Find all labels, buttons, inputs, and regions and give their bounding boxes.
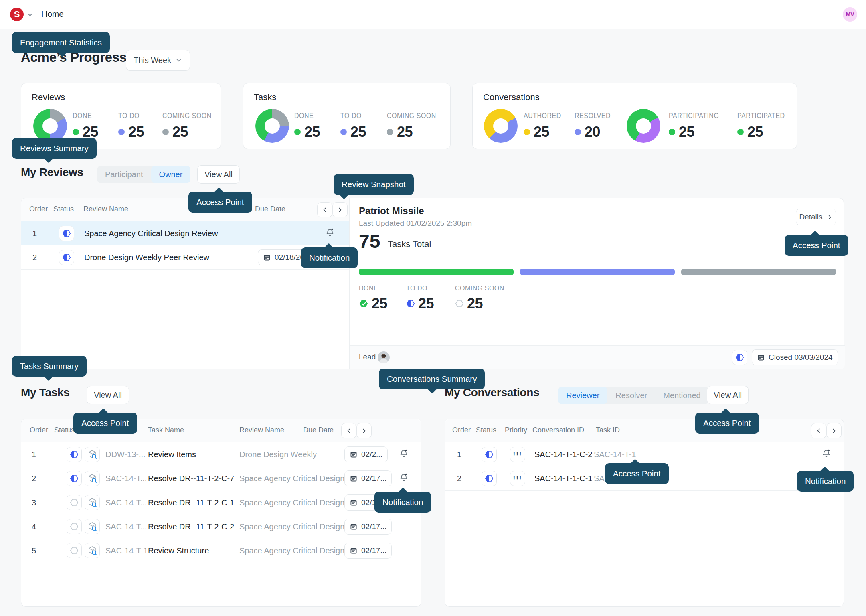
workspace-chevron-down-icon[interactable] [26, 11, 34, 18]
status-in-progress-icon [67, 471, 82, 486]
breadcrumb-home[interactable]: Home [41, 9, 64, 19]
period-selector[interactable]: This Week [126, 50, 190, 71]
lead-avatar[interactable] [378, 351, 390, 363]
my-tasks-table: Order Status Task Name Review Name Due D… [21, 419, 421, 607]
snapshot-title: Patriot Missile [359, 205, 424, 217]
col-due-date: Due Date [255, 205, 285, 213]
reviews-prev-page-button[interactable] [317, 202, 332, 217]
col-priority: Priority [505, 426, 527, 434]
review-row-1[interactable]: 1 Space Agency Critical Design Review [21, 221, 349, 246]
task-row-1[interactable]: 1 DDW-13-... Review Items Drone Design W… [21, 442, 421, 467]
callout-tail [427, 383, 437, 393]
priority-icon: !!! [510, 471, 525, 486]
notification-bell-icon[interactable] [325, 227, 335, 239]
resolved-dot [575, 129, 581, 135]
callout-reviews-summary: Reviews Summary [12, 138, 97, 159]
callout-notification-tasks: Notification [374, 492, 431, 513]
callout-access-point-task-id: Access Point [605, 463, 669, 484]
task-name: Resolve DR--11-T-2-C-7 [148, 474, 234, 483]
task-id: SAC-14-T... [105, 474, 147, 483]
notification-bell-icon[interactable] [821, 448, 832, 460]
tab-resolver[interactable]: Resolver [607, 387, 655, 404]
due-date-chip: 02/2... [344, 446, 388, 462]
snapshot-stat-todo: TO DO 25 [406, 285, 434, 312]
status-in-progress-icon [482, 471, 497, 486]
callout-access-point-conversations: Access Point [695, 413, 759, 434]
due-date-chip: 02/17... [344, 519, 392, 535]
notification-bell-icon[interactable] [399, 448, 409, 460]
tasks-legend-coming-soon: COMING SOON 25 [387, 112, 436, 140]
legend-participated: PARTICIPATED 25 [737, 112, 785, 140]
chevron-right-icon [361, 428, 367, 434]
task-row-5[interactable]: 5 SAC-14-T-1 Review Structure Space Agen… [21, 539, 421, 563]
col-review-name: Review Name [239, 426, 284, 434]
tasks-legend-done: DONE 25 [294, 112, 320, 140]
conversations-card-title: Conversations [483, 92, 540, 103]
reviews-view-all-button[interactable]: View All [197, 165, 240, 184]
reviews-legend-todo: TO DO 25 [118, 112, 144, 140]
tasks-view-all-button[interactable]: View All [87, 386, 129, 404]
snapshot-footer: Lead Closed 03/03/2024 [350, 345, 845, 369]
calendar-icon [350, 523, 358, 531]
callout-tail [43, 153, 53, 163]
col-order: Order [30, 426, 48, 434]
my-reviews-table: Order Status Review Name Due Date 1 Spac… [21, 198, 349, 369]
tasks-donut-chart [255, 109, 289, 143]
due-date-value: 02/17... [361, 522, 386, 531]
conversation-id: SAC-14-T-1-C-2 [534, 450, 592, 459]
app-logo[interactable]: S [10, 8, 24, 21]
col-status: Status [476, 426, 496, 434]
review-row-2[interactable]: 2 Drone Design Weekly Peer Review 02/18/… [21, 245, 349, 270]
due-date-value: 02/17... [361, 474, 386, 483]
due-date-chip: 02/17... [344, 470, 392, 486]
task-row-2[interactable]: 2 SAC-14-T... Resolve DR--11-T-2-C-7 Spa… [21, 466, 421, 491]
closed-date-value: Closed 03/03/2024 [769, 353, 833, 362]
review-name: Space Agency Critical Design Review [84, 229, 218, 238]
my-reviews-title: My Reviews [21, 166, 83, 179]
chevron-left-icon [815, 428, 822, 434]
upcoming-hexagon-icon [455, 300, 464, 308]
tasks-total-label: Tasks Total [388, 239, 431, 249]
my-conversations-table: Order Status Priority Conversation ID Ta… [445, 419, 844, 607]
lead-label: Lead [359, 353, 376, 361]
legend-resolved: RESOLVED 20 [575, 112, 611, 140]
task-row-4[interactable]: 4 SAC-14-T... Resolve DR--11-T-2-C-2 Spa… [21, 515, 421, 539]
callout-tail [720, 408, 730, 418]
tab-mentioned[interactable]: Mentioned [655, 387, 708, 404]
conversations-next-page-button[interactable] [826, 423, 842, 438]
task-name: Resolve DR--11-T-2-C-1 [148, 498, 234, 507]
tab-owner[interactable]: Owner [151, 166, 191, 183]
details-button[interactable]: Details [796, 209, 836, 225]
review-name: Drone Design Weekly Peer Review [84, 253, 209, 262]
task-review-name: Space Agency Critical Design [239, 546, 344, 555]
conversations-prev-page-button[interactable] [811, 423, 826, 438]
tasks-card-title: Tasks [254, 92, 276, 103]
tab-participant[interactable]: Participant [97, 166, 151, 183]
legend-authored: AUTHORED 25 [524, 112, 561, 140]
tab-reviewer[interactable]: Reviewer [558, 387, 607, 404]
task-type-cube-search-icon [85, 495, 100, 510]
task-review-name: Space Agency Critical Design [239, 522, 344, 531]
details-label: Details [799, 213, 822, 221]
user-avatar[interactable]: MV [843, 7, 857, 22]
callout-access-point-reviews: Access Point [188, 192, 252, 213]
reviews-role-tabs: Participant Owner [97, 166, 190, 183]
conversations-participation-donut-chart [627, 109, 660, 143]
task-type-cube-search-icon [85, 447, 100, 462]
status-in-progress-icon [482, 447, 497, 462]
tasks-legend-todo: TO DO 25 [340, 112, 366, 140]
tasks-next-page-button[interactable] [356, 423, 372, 438]
task-id: SAC-14-T... [105, 522, 147, 531]
coming-soon-dot [162, 129, 169, 135]
callout-tail [214, 187, 224, 197]
reviews-table-header: Order Status Review Name Due Date [21, 198, 349, 222]
tasks-prev-page-button[interactable] [341, 423, 356, 438]
task-row-3[interactable]: 3 SAC-14-T... Resolve DR--11-T-2-C-1 Spa… [21, 490, 421, 515]
reviews-next-page-button[interactable] [332, 202, 348, 217]
notification-bell-icon[interactable] [399, 472, 409, 484]
due-date-chip: 02/17... [344, 543, 392, 559]
conversations-view-all-button[interactable]: View All [707, 386, 749, 404]
task-review-name: Drone Design Weekly [239, 450, 317, 459]
calendar-icon [350, 547, 358, 555]
participated-dot [737, 129, 744, 135]
